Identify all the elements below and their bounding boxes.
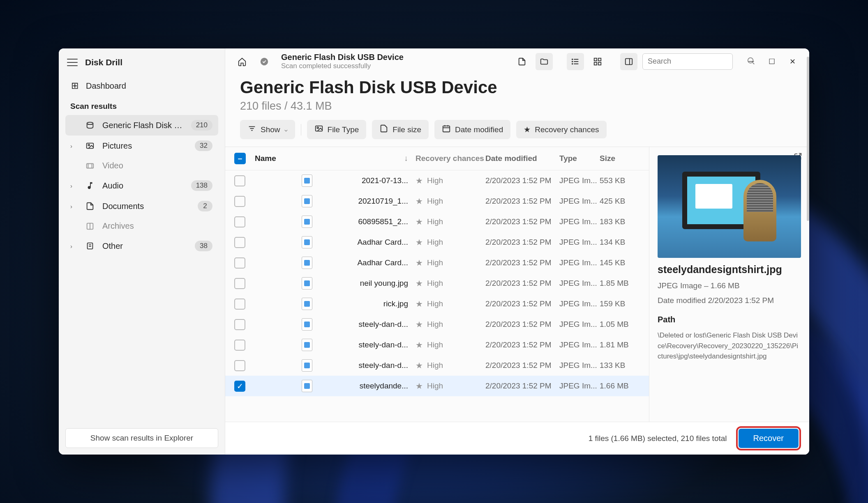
breadcrumb-title: Generic Flash Disk USB Device xyxy=(281,53,508,62)
search-field[interactable] xyxy=(648,57,743,66)
filter-file-type[interactable]: File Type xyxy=(307,120,367,139)
filter-date-modified[interactable]: Date modified xyxy=(434,120,510,139)
table-row[interactable]: ✓ steelydande... ★High 2/20/2023 1:52 PM… xyxy=(225,376,649,396)
row-checkbox[interactable] xyxy=(234,175,245,186)
sidebar-item-label: Video xyxy=(102,161,212,170)
date-cell: 2/20/2023 1:52 PM xyxy=(485,238,559,247)
date-cell: 2/20/2023 1:52 PM xyxy=(485,381,559,390)
size-cell: 1.85 MB xyxy=(600,279,641,288)
chevron-right-icon: › xyxy=(70,203,78,210)
row-checkbox[interactable] xyxy=(234,237,245,248)
sidebar-item-video[interactable]: Video xyxy=(65,156,218,175)
recovery-cell: ★High xyxy=(416,381,485,391)
file-name: steely-dan-d... xyxy=(359,361,408,370)
table-row[interactable]: steely-dan-d... ★High 2/20/2023 1:52 PM … xyxy=(225,355,649,376)
sidebar-item-documents[interactable]: ›Documents2 xyxy=(65,196,218,216)
picture-icon xyxy=(85,141,95,150)
size-cell: 134 KB xyxy=(600,238,641,247)
divider xyxy=(301,124,301,136)
column-type[interactable]: Type xyxy=(559,154,600,163)
file-thumb-icon xyxy=(302,216,312,228)
content-header: Generic Flash Disk USB Device 210 files … xyxy=(225,74,809,120)
maximize-button[interactable]: ☐ xyxy=(763,53,780,70)
row-checkbox[interactable] xyxy=(234,319,245,330)
sidebar-item-dashboard[interactable]: ⊞ Dashboard xyxy=(65,76,218,96)
svg-point-0 xyxy=(87,122,93,125)
table-header: – Name ↓ Recovery chances Date modified … xyxy=(225,147,649,170)
row-checkbox[interactable]: ✓ xyxy=(234,381,245,392)
star-icon: ★ xyxy=(416,381,423,391)
file-thumb-icon xyxy=(302,236,312,248)
type-cell: JPEG Im... xyxy=(559,361,600,370)
svg-rect-31 xyxy=(443,126,450,132)
preview-image xyxy=(658,155,801,258)
table-row[interactable]: neil young.jpg ★High 2/20/2023 1:52 PM J… xyxy=(225,273,649,294)
column-date[interactable]: Date modified xyxy=(485,154,559,163)
svg-point-17 xyxy=(572,63,573,64)
svg-rect-22 xyxy=(626,58,633,64)
file-table: – Name ↓ Recovery chances Date modified … xyxy=(225,147,649,422)
folder-icon[interactable] xyxy=(536,53,553,70)
table-row[interactable]: Aadhar Card... ★High 2/20/2023 1:52 PM J… xyxy=(225,232,649,253)
search-input[interactable] xyxy=(642,53,733,70)
close-button[interactable]: ✕ xyxy=(784,53,801,70)
breadcrumb: Generic Flash Disk USB Device Scan compl… xyxy=(278,53,508,70)
show-in-explorer-button[interactable]: Show scan results in Explorer xyxy=(65,428,218,448)
table-row[interactable]: rick.jpg ★High 2/20/2023 1:52 PM JPEG Im… xyxy=(225,294,649,314)
chevron-right-icon: › xyxy=(70,243,78,250)
sidebar-item-pictures[interactable]: ›Pictures32 xyxy=(65,136,218,156)
sidebar-item-other[interactable]: ›Other38 xyxy=(65,236,218,256)
sidebar-item-label: Generic Flash Disk USB... xyxy=(102,121,184,130)
sidebar-item-generic-flash-disk-usb-[interactable]: Generic Flash Disk USB...210 xyxy=(65,115,218,136)
row-checkbox[interactable] xyxy=(234,257,245,269)
home-icon[interactable] xyxy=(233,53,251,70)
table-row[interactable]: 2021-07-13... ★High 2/20/2023 1:52 PM JP… xyxy=(225,170,649,191)
grid-view-icon[interactable] xyxy=(589,53,606,70)
minimize-button[interactable]: ─ xyxy=(743,53,760,70)
footer: 1 files (1.66 MB) selected, 210 files to… xyxy=(225,422,809,455)
column-name[interactable]: Name ↓ xyxy=(255,154,416,163)
row-checkbox[interactable] xyxy=(234,196,245,207)
sidebar-item-audio[interactable]: ›Audio138 xyxy=(65,175,218,196)
sidebar-item-archives[interactable]: Archives xyxy=(65,216,218,236)
status-complete-icon xyxy=(256,53,273,70)
selection-status: 1 files (1.66 MB) selected, 210 files to… xyxy=(589,434,727,443)
table-row[interactable]: Aadhar Card... ★High 2/20/2023 1:52 PM J… xyxy=(225,253,649,273)
column-recovery[interactable]: Recovery chances xyxy=(416,154,485,163)
master-checkbox[interactable]: – xyxy=(234,153,246,164)
table-row[interactable]: steely-dan-d... ★High 2/20/2023 1:52 PM … xyxy=(225,335,649,355)
filter-recovery-chances[interactable]: ★ Recovery chances xyxy=(516,121,606,138)
row-checkbox[interactable] xyxy=(234,278,245,289)
table-row[interactable]: steely-dan-d... ★High 2/20/2023 1:52 PM … xyxy=(225,314,649,335)
file-name: rick.jpg xyxy=(383,299,408,308)
panel-toggle-icon[interactable] xyxy=(620,53,637,70)
date-cell: 2/20/2023 1:52 PM xyxy=(485,340,559,349)
row-checkbox[interactable] xyxy=(234,360,245,371)
sidebar-header: Disk Drill xyxy=(59,53,225,76)
svg-point-15 xyxy=(572,59,573,60)
file-name: Aadhar Card... xyxy=(357,258,408,267)
count-badge: 138 xyxy=(191,180,212,191)
disk-icon xyxy=(85,121,95,130)
filter-file-size[interactable]: File size xyxy=(372,120,429,139)
recovery-cell: ★High xyxy=(416,217,485,227)
filter-show[interactable]: Show ⌵ xyxy=(240,120,295,139)
column-size[interactable]: Size xyxy=(600,154,641,163)
table-row[interactable]: 20210719_1... ★High 2/20/2023 1:52 PM JP… xyxy=(225,191,649,211)
type-cell: JPEG Im... xyxy=(559,279,600,288)
list-view-icon[interactable] xyxy=(567,53,584,70)
recover-button[interactable]: Recover xyxy=(739,429,799,448)
svg-rect-18 xyxy=(594,58,597,60)
calendar-icon xyxy=(442,124,451,135)
file-thumb-icon xyxy=(302,318,312,331)
row-checkbox[interactable] xyxy=(234,340,245,351)
new-file-icon[interactable] xyxy=(513,53,531,70)
row-checkbox[interactable] xyxy=(234,216,245,227)
row-checkbox[interactable] xyxy=(234,299,245,310)
type-cell: JPEG Im... xyxy=(559,197,600,206)
file-name: Aadhar Card... xyxy=(357,238,408,247)
table-row[interactable]: 60895851_2... ★High 2/20/2023 1:52 PM JP… xyxy=(225,211,649,232)
size-cell: 133 KB xyxy=(600,361,641,370)
file-name: 2021-07-13... xyxy=(362,176,408,185)
hamburger-menu-icon[interactable] xyxy=(67,59,78,66)
